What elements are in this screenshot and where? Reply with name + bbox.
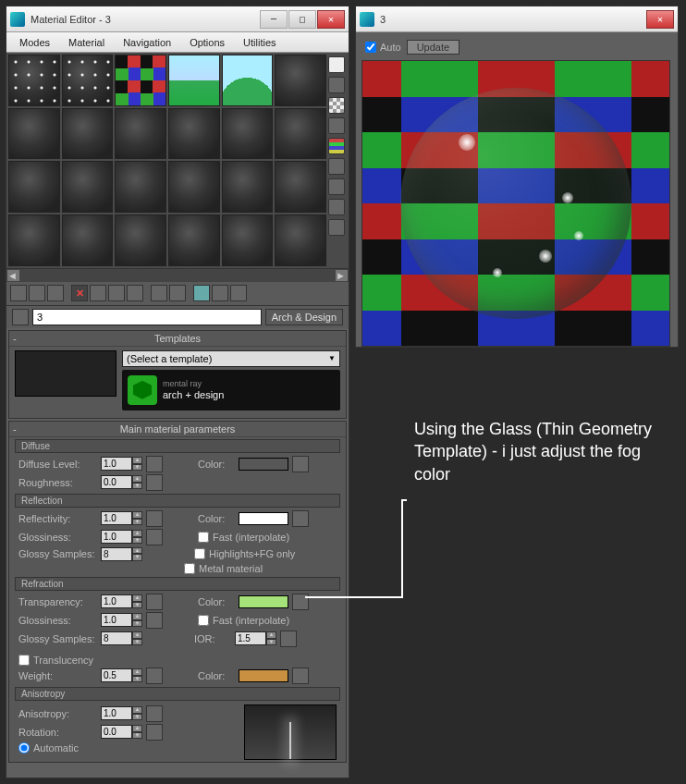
material-slot[interactable] (8, 55, 60, 106)
auto-checkbox[interactable]: Auto (365, 42, 401, 53)
refl-samples-label: Glossy Samples: (18, 548, 97, 559)
material-slot[interactable] (222, 161, 274, 213)
main-params-header[interactable]: -Main material parameters (9, 422, 346, 437)
maximize-button[interactable]: □ (288, 10, 316, 29)
preview-title: 3 (380, 14, 646, 25)
spinner-up[interactable]: ▲ (132, 457, 142, 464)
reflectivity-input[interactable] (101, 511, 132, 525)
material-slot[interactable] (275, 214, 326, 266)
scroll-right-button[interactable]: ► (335, 269, 349, 282)
diffuse-color-map[interactable] (292, 456, 309, 472)
menu-modes[interactable]: Modes (10, 34, 59, 51)
anisotropy-input[interactable] (101, 706, 132, 720)
titlebar[interactable]: Material Editor - 3 ─ □ ✕ (6, 6, 349, 32)
mentalray-badge: mental rayarch + design (122, 370, 340, 410)
automatic-radio[interactable]: Automatic (18, 742, 79, 753)
refl-samples-input[interactable] (101, 547, 132, 561)
select-by-material-icon[interactable] (328, 199, 345, 215)
trans-color-swatch[interactable] (239, 669, 288, 682)
menu-options[interactable]: Options (180, 34, 234, 51)
refl-color-label: Color: (198, 513, 235, 524)
refl-gloss-input[interactable] (101, 530, 132, 544)
video-color-icon[interactable] (328, 138, 345, 154)
reset-map-icon[interactable]: ✕ (71, 285, 88, 301)
backlight-icon[interactable] (328, 77, 345, 93)
material-slot[interactable] (275, 55, 326, 106)
diffuse-level-map[interactable] (146, 456, 163, 472)
refr-samples-input[interactable] (101, 631, 132, 645)
diffuse-color-swatch[interactable] (239, 458, 288, 471)
put-to-scene-icon[interactable] (29, 285, 45, 301)
material-name-input[interactable] (32, 309, 262, 325)
material-slot[interactable] (115, 108, 166, 160)
scroll-left-button[interactable]: ◄ (6, 269, 20, 282)
go-parent-icon[interactable] (212, 285, 228, 301)
diffuse-level-input[interactable] (101, 457, 132, 471)
material-slot[interactable] (115, 55, 166, 106)
refr-color-swatch[interactable] (239, 595, 288, 608)
transparency-input[interactable] (101, 594, 132, 608)
material-slot[interactable] (168, 55, 220, 106)
material-slot[interactable] (62, 161, 114, 213)
show-end-result-icon[interactable] (193, 285, 210, 301)
menu-navigation[interactable]: Navigation (114, 34, 180, 51)
template-select[interactable]: (Select a template) (122, 350, 340, 367)
minimize-button[interactable]: ─ (260, 10, 288, 29)
material-slot[interactable] (168, 161, 220, 213)
refr-fast-checkbox[interactable]: Fast (interpolate) (198, 615, 289, 626)
slots-scrollbar[interactable]: ◄ ► (6, 268, 349, 282)
metal-checkbox[interactable]: Metal material (184, 563, 263, 574)
material-slot[interactable] (168, 214, 220, 266)
material-slot[interactable] (8, 214, 60, 266)
material-slot[interactable] (222, 214, 274, 266)
refl-fast-checkbox[interactable]: Fast (interpolate) (198, 532, 289, 543)
material-slot[interactable] (275, 161, 326, 213)
roughness-input[interactable] (101, 475, 132, 489)
material-id-icon[interactable] (151, 285, 167, 301)
refl-color-swatch[interactable] (239, 512, 288, 525)
get-material-icon[interactable] (10, 285, 27, 301)
sample-type-icon[interactable] (328, 56, 345, 73)
make-unique-icon[interactable] (108, 285, 125, 301)
go-sibling-icon[interactable] (230, 285, 247, 301)
material-slot[interactable] (8, 161, 60, 213)
material-slot[interactable] (62, 214, 114, 266)
background-icon[interactable] (328, 97, 345, 114)
rotation-input[interactable] (101, 725, 132, 739)
highlights-fg-checkbox[interactable]: Highlights+FG only (194, 548, 295, 559)
update-button[interactable]: Update (407, 40, 459, 55)
material-slot[interactable] (115, 161, 166, 213)
reflection-section: Reflection (15, 494, 340, 508)
make-preview-icon[interactable] (328, 158, 345, 175)
material-slot[interactable] (222, 108, 274, 160)
material-slot[interactable] (222, 55, 274, 106)
spinner-down[interactable]: ▼ (132, 464, 142, 472)
material-slot[interactable] (168, 108, 220, 160)
material-slot[interactable] (115, 214, 166, 266)
pick-material-icon[interactable] (12, 309, 29, 325)
material-slot[interactable] (8, 108, 60, 160)
options-icon[interactable] (328, 178, 345, 195)
menu-utilities[interactable]: Utilities (234, 34, 285, 51)
preview-titlebar[interactable]: 3 ✕ (356, 6, 678, 32)
assign-selection-icon[interactable] (47, 285, 64, 301)
refr-gloss-input[interactable] (101, 613, 132, 627)
roughness-map[interactable] (146, 474, 163, 491)
sample-uv-icon[interactable] (328, 117, 345, 134)
rotation-label: Rotation: (18, 727, 97, 738)
material-map-navigator-icon[interactable] (328, 219, 345, 236)
close-button[interactable]: ✕ (317, 10, 345, 29)
translucency-checkbox[interactable]: Translucency (18, 655, 93, 666)
ior-input[interactable] (235, 631, 266, 645)
material-type-button[interactable]: Arch & Design (265, 309, 343, 325)
make-copy-icon[interactable] (90, 285, 106, 301)
show-map-icon[interactable] (169, 285, 186, 301)
menu-material[interactable]: Material (59, 34, 114, 51)
material-slot[interactable] (62, 108, 114, 160)
material-slot[interactable] (275, 108, 326, 160)
put-to-library-icon[interactable] (127, 285, 143, 301)
preview-close-button[interactable]: ✕ (646, 10, 674, 29)
templates-header[interactable]: -Templates (9, 331, 346, 347)
material-slot[interactable] (62, 55, 114, 106)
weight-input[interactable] (101, 668, 132, 682)
